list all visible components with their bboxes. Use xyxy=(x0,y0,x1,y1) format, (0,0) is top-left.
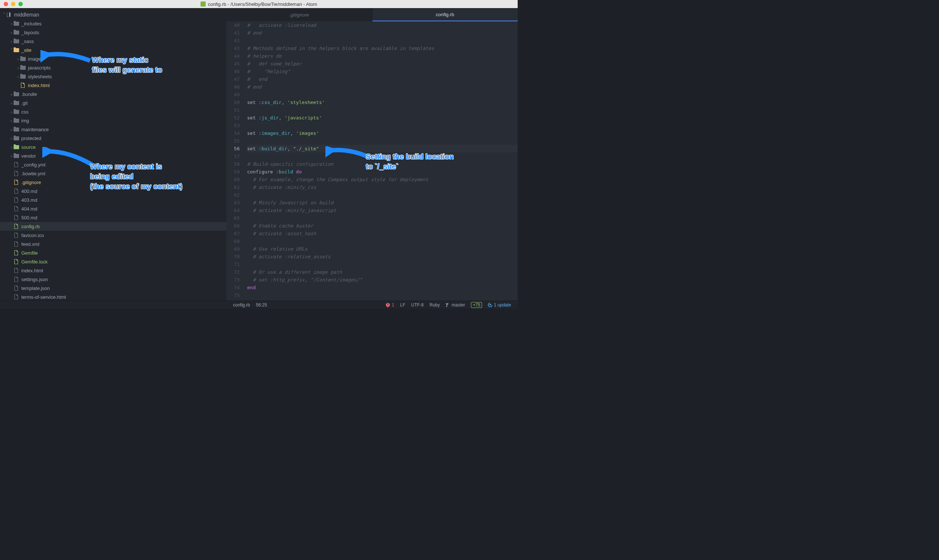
tree-file[interactable]: 404.md xyxy=(0,204,227,213)
tree-folder[interactable]: ›_includes xyxy=(0,19,227,28)
code-line[interactable] xyxy=(247,37,518,45)
code-line[interactable] xyxy=(247,214,518,222)
chevron-right-icon[interactable]: › xyxy=(16,56,20,62)
status-branch[interactable]: master xyxy=(443,302,468,308)
tree-folder[interactable]: ›_layouts xyxy=(0,28,227,37)
code-line[interactable]: set :js_dir, 'javascripts' xyxy=(247,114,518,122)
file-tree-sidebar[interactable]: ˅ middleman ›_includes›_layouts›_sass˅_s… xyxy=(0,8,227,301)
code-line[interactable]: # For example, change the Compass output… xyxy=(247,175,518,183)
code-line[interactable] xyxy=(247,237,518,245)
status-diff[interactable]: +75 xyxy=(468,302,485,308)
tree-file[interactable]: index.html xyxy=(0,266,227,275)
chevron-right-icon[interactable]: › xyxy=(16,65,20,71)
tree-folder[interactable]: ›img xyxy=(0,116,227,125)
editor-tab[interactable]: config.rb xyxy=(372,8,518,21)
chevron-right-icon[interactable]: › xyxy=(9,109,13,115)
chevron-right-icon[interactable]: › xyxy=(9,21,13,26)
tree-file[interactable]: index.html xyxy=(0,81,227,90)
tree-folder[interactable]: ›css xyxy=(0,107,227,116)
code-line[interactable]: # Use relative URLs xyxy=(247,245,518,253)
code-line[interactable] xyxy=(247,291,518,299)
chevron-right-icon[interactable]: › xyxy=(9,91,13,97)
tree-file[interactable]: favicon.ico xyxy=(0,231,227,240)
tree-file[interactable]: config.rb xyxy=(0,222,227,231)
zoom-window-button[interactable] xyxy=(19,2,23,6)
tree-file[interactable]: terms-of-service.html xyxy=(0,292,227,301)
code-line[interactable] xyxy=(247,191,518,199)
code-line[interactable]: # end xyxy=(247,29,518,37)
tree-folder[interactable]: ›source xyxy=(0,143,227,151)
tree-file[interactable]: .gitignore xyxy=(0,178,227,187)
chevron-right-icon[interactable]: › xyxy=(9,135,13,141)
chevron-right-icon[interactable]: › xyxy=(9,127,13,132)
status-diagnostics[interactable]: 1 xyxy=(382,302,398,308)
tree-folder[interactable]: ›javascripts xyxy=(0,63,227,72)
code-line[interactable]: set :css_dir, 'stylesheets' xyxy=(247,98,518,106)
chevron-right-icon[interactable]: › xyxy=(9,38,13,44)
code-line[interactable]: # Build-specific configuration xyxy=(247,160,518,168)
status-updates[interactable]: 1 update xyxy=(485,302,514,308)
status-grammar[interactable]: Ruby xyxy=(427,302,443,308)
tree-file[interactable]: .bowtie.yml xyxy=(0,169,227,178)
minimize-window-button[interactable] xyxy=(11,2,15,6)
code-line[interactable]: # activate :livereload xyxy=(247,21,518,29)
status-file[interactable]: config.rb xyxy=(230,302,253,308)
code-line[interactable]: set :images_dir, 'images' xyxy=(247,129,518,137)
tree-file[interactable]: 403.md xyxy=(0,195,227,204)
code-line[interactable]: # helpers do xyxy=(247,52,518,60)
tree-folder[interactable]: ›vendor xyxy=(0,151,227,160)
code-line[interactable]: # activate :minify_css xyxy=(247,183,518,191)
status-encoding[interactable]: UTF-8 xyxy=(408,302,427,308)
tree-folder[interactable]: ›maintenance xyxy=(0,125,227,134)
code-line[interactable] xyxy=(247,106,518,114)
code-line[interactable]: # "Helping" xyxy=(247,68,518,75)
status-cursor[interactable]: 56:25 xyxy=(253,302,270,308)
code-line[interactable]: # activate :minify_javascript xyxy=(247,206,518,214)
chevron-down-icon[interactable]: ˅ xyxy=(2,12,6,18)
code-line[interactable] xyxy=(247,260,518,268)
code-line[interactable]: # Or use a different image path xyxy=(247,268,518,276)
code-line[interactable]: # activate :asset_hash xyxy=(247,230,518,237)
code-line[interactable]: configure :build do xyxy=(247,168,518,175)
tree-folder[interactable]: ˅_site xyxy=(0,46,227,54)
chevron-down-icon[interactable]: ˅ xyxy=(9,48,13,53)
code-line[interactable]: set :build_dir, "./_site" xyxy=(247,145,518,152)
code-line[interactable] xyxy=(247,137,518,145)
tree-file[interactable]: _config.yml xyxy=(0,160,227,169)
code-line[interactable]: # end xyxy=(247,83,518,91)
code-line[interactable]: # Enable cache buster xyxy=(247,222,518,230)
tree-folder[interactable]: ›.git xyxy=(0,98,227,107)
tree-folder[interactable]: ›images xyxy=(0,54,227,63)
code-line[interactable]: # Methods defined in the helpers block a… xyxy=(247,45,518,52)
code-line[interactable] xyxy=(247,122,518,129)
code-editor[interactable]: 4041424344454647484950515253545556575859… xyxy=(227,21,518,301)
code-line[interactable]: # end xyxy=(247,75,518,83)
code-line[interactable]: # set :http_prefix, "/Content/images/" xyxy=(247,276,518,284)
chevron-right-icon[interactable]: › xyxy=(9,30,13,35)
chevron-right-icon[interactable]: › xyxy=(16,74,20,79)
tree-file[interactable]: 400.md xyxy=(0,187,227,195)
code-line[interactable]: # Minify Javascript on build xyxy=(247,199,518,206)
tree-folder[interactable]: ›protected xyxy=(0,134,227,143)
code-line[interactable]: # def some_helper xyxy=(247,60,518,68)
tree-file[interactable]: feed.xml xyxy=(0,240,227,248)
tree-root[interactable]: ˅ middleman xyxy=(0,10,227,19)
chevron-right-icon[interactable]: › xyxy=(9,100,13,106)
tree-file[interactable]: Gemfile xyxy=(0,248,227,257)
status-line-ending[interactable]: LF xyxy=(397,302,408,308)
tree-folder[interactable]: ›.bundle xyxy=(0,90,227,98)
tree-file[interactable]: 500.md xyxy=(0,213,227,222)
code-line[interactable]: # activate :relative_assets xyxy=(247,253,518,260)
chevron-right-icon[interactable]: › xyxy=(9,145,13,150)
chevron-right-icon[interactable]: › xyxy=(9,118,13,123)
tree-file[interactable]: settings.json xyxy=(0,275,227,284)
tree-folder[interactable]: ›stylesheets xyxy=(0,72,227,81)
tree-folder[interactable]: ›_sass xyxy=(0,37,227,46)
code-line[interactable] xyxy=(247,152,518,160)
chevron-right-icon[interactable]: › xyxy=(9,153,13,159)
code-line[interactable] xyxy=(247,91,518,98)
editor-tab[interactable]: .gitignore xyxy=(227,8,372,21)
close-window-button[interactable] xyxy=(4,2,8,6)
code-view[interactable]: # activate :livereload# end # Methods de… xyxy=(243,21,518,301)
tree-file[interactable]: Gemfile.lock xyxy=(0,257,227,266)
